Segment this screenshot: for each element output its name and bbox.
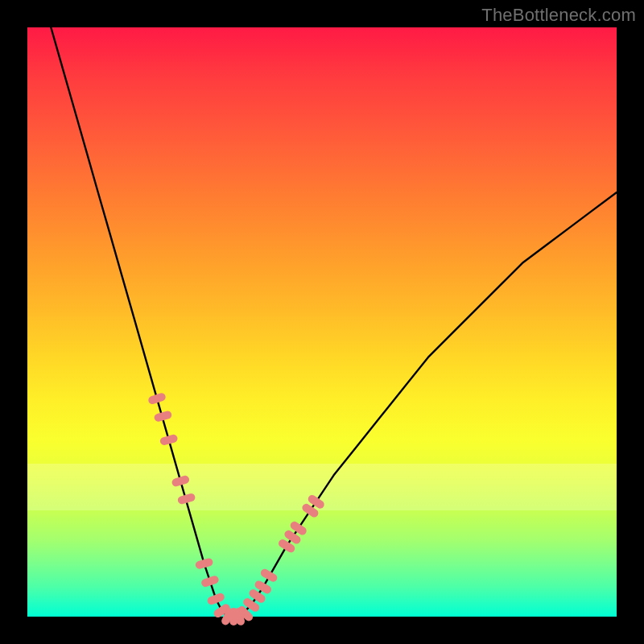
watermark-label: TheBottleneck.com (481, 5, 636, 26)
bottleneck-curve (51, 27, 617, 617)
chart-frame: TheBottleneck.com (0, 0, 644, 644)
marker (195, 557, 214, 570)
highlight-markers (147, 392, 326, 626)
marker (206, 592, 225, 605)
marker (159, 434, 179, 446)
chart-overlay (27, 27, 617, 617)
marker (200, 575, 220, 588)
marker (171, 475, 190, 488)
marker (259, 568, 279, 584)
marker (147, 392, 167, 405)
